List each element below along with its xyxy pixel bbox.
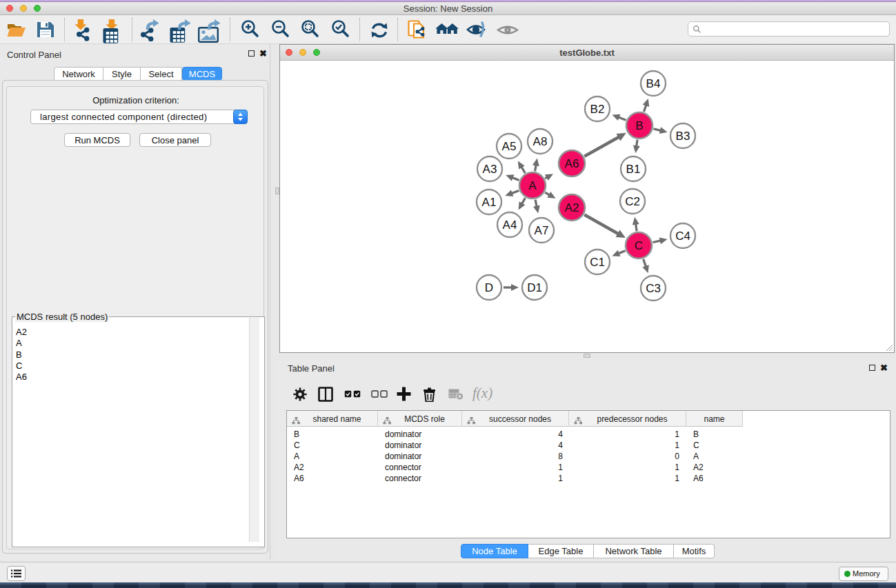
- svg-text:A8: A8: [533, 135, 548, 148]
- svg-text:A2: A2: [565, 201, 579, 214]
- svg-text:A1: A1: [482, 196, 497, 209]
- svg-text:B4: B4: [646, 77, 661, 90]
- svg-text:C3: C3: [646, 282, 661, 295]
- svg-text:A4: A4: [503, 219, 517, 232]
- svg-text:C1: C1: [590, 256, 605, 269]
- svg-text:A3: A3: [483, 163, 497, 176]
- svg-text:B3: B3: [676, 130, 690, 143]
- svg-text:A: A: [528, 179, 537, 192]
- svg-text:B: B: [635, 119, 643, 132]
- svg-text:C2: C2: [625, 195, 640, 208]
- svg-text:B1: B1: [626, 163, 641, 176]
- svg-text:D1: D1: [527, 281, 542, 294]
- svg-text:C: C: [635, 239, 643, 252]
- svg-text:C4: C4: [675, 230, 690, 243]
- svg-text:D: D: [485, 281, 493, 294]
- svg-text:A5: A5: [502, 140, 517, 153]
- svg-text:A6: A6: [565, 157, 579, 170]
- svg-text:A7: A7: [535, 224, 549, 237]
- svg-text:B2: B2: [590, 103, 605, 116]
